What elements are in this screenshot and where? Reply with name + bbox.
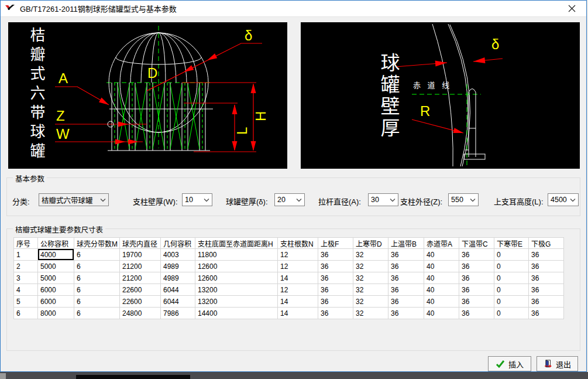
table-cell[interactable]: 36	[459, 249, 494, 261]
table-cell[interactable]: 6044	[161, 284, 195, 296]
column-header[interactable]: 赤道带A	[424, 238, 459, 249]
table-cell[interactable]: 36	[318, 261, 353, 272]
table-cell[interactable]: 4	[14, 284, 38, 296]
table-cell[interactable]: 40	[424, 308, 459, 319]
classification-select[interactable]: 桔瓣式六带球罐	[39, 193, 109, 206]
table-cell[interactable]: 4989	[161, 272, 195, 284]
table-cell[interactable]: 6	[74, 284, 120, 296]
table-cell[interactable]: 32	[353, 296, 388, 308]
table-cell[interactable]: 1	[14, 249, 38, 261]
table-cell[interactable]: 6	[74, 308, 120, 319]
table-cell[interactable]: 36	[529, 284, 564, 296]
table-cell[interactable]: 12	[278, 284, 318, 296]
table-cell[interactable]: 12600	[195, 261, 278, 272]
table-cell[interactable]: 36	[529, 296, 564, 308]
table-cell[interactable]: 0	[494, 249, 529, 261]
column-header[interactable]: 几何容积	[161, 238, 195, 249]
table-cell[interactable]: 32	[353, 261, 388, 272]
table-cell[interactable]: 40	[424, 284, 459, 296]
column-header[interactable]: 序号	[14, 238, 38, 249]
tie-rod-diameter-select[interactable]: 30	[368, 193, 398, 206]
table-cell[interactable]: 32	[353, 249, 388, 261]
column-header[interactable]: 支柱根数N	[278, 238, 318, 249]
table-cell[interactable]: 36	[388, 296, 424, 308]
table-cell[interactable]: 6	[74, 261, 120, 272]
table-cell[interactable]: 5000	[38, 272, 74, 284]
close-button[interactable]	[562, 1, 582, 16]
column-header[interactable]: 下寒带E	[494, 238, 529, 249]
column-header[interactable]: 上极F	[318, 238, 353, 249]
support-wall-thickness-select[interactable]: 10	[182, 193, 212, 206]
table-cell[interactable]: 14400	[195, 308, 278, 319]
table-cell[interactable]: 40	[424, 272, 459, 284]
insert-button[interactable]: 插入	[488, 356, 531, 371]
table-cell[interactable]: 0	[494, 308, 529, 319]
tank-wall-thickness-select[interactable]: 20	[274, 193, 305, 206]
column-header[interactable]: 球壳分带数M	[74, 238, 120, 249]
table-cell[interactable]: 36	[388, 249, 424, 261]
table-cell[interactable]: 5000	[38, 261, 74, 272]
table-cell[interactable]: 36	[459, 308, 494, 319]
table-cell[interactable]: 24800	[120, 308, 161, 319]
table-cell[interactable]: 12	[278, 249, 318, 261]
table-cell[interactable]: 36	[318, 296, 353, 308]
table-cell[interactable]: 32	[353, 284, 388, 296]
table-cell[interactable]: 36	[459, 296, 494, 308]
table-cell[interactable]: 0	[494, 272, 529, 284]
table-cell[interactable]: 36	[318, 249, 353, 261]
table-cell[interactable]: 36	[388, 284, 424, 296]
table-cell[interactable]: 8000	[38, 308, 74, 319]
table-cell[interactable]: 36	[529, 249, 564, 261]
table-cell[interactable]: 12600	[195, 272, 278, 284]
table-cell[interactable]: 40	[424, 261, 459, 272]
table-cell[interactable]: 6	[74, 296, 120, 308]
table-cell[interactable]: 14	[278, 272, 318, 284]
column-header[interactable]: 上寒带D	[353, 238, 388, 249]
table-cell[interactable]: 22600	[120, 284, 161, 296]
table-cell[interactable]: 6044	[161, 296, 195, 308]
table-cell[interactable]: 14	[278, 296, 318, 308]
table-cell[interactable]: 36	[459, 272, 494, 284]
table-cell[interactable]: 36	[529, 272, 564, 284]
table-cell[interactable]: 0	[494, 296, 529, 308]
table-cell[interactable]: 13200	[195, 284, 278, 296]
table-cell[interactable]: 36	[529, 261, 564, 272]
upper-lug-height-select[interactable]: 4500	[548, 193, 579, 206]
table-cell[interactable]: 36	[318, 272, 353, 284]
table-cell[interactable]: 40	[424, 296, 459, 308]
column-header[interactable]: 下极G	[529, 238, 564, 249]
table-cell[interactable]: 6000	[38, 296, 74, 308]
column-header[interactable]: 下温带C	[459, 238, 494, 249]
table-cell[interactable]: 21200	[120, 272, 161, 284]
column-header[interactable]: 公称容积	[38, 238, 74, 249]
exit-button[interactable]: 退出	[537, 356, 578, 371]
table-cell[interactable]: 4989	[161, 261, 195, 272]
table-cell[interactable]: 19700	[120, 249, 161, 261]
table-cell[interactable]: 21200	[120, 261, 161, 272]
table-cell[interactable]: 32	[353, 308, 388, 319]
table-cell[interactable]: 6	[74, 249, 120, 261]
column-header[interactable]: 球壳内直径	[120, 238, 161, 249]
table-cell[interactable]: 3	[14, 272, 38, 284]
table-cell[interactable]: 36	[318, 284, 353, 296]
table-cell[interactable]: 5	[14, 296, 38, 308]
table-cell[interactable]: 2	[14, 261, 38, 272]
table-cell[interactable]: 4000	[38, 249, 74, 261]
column-header[interactable]: 上温带B	[388, 238, 424, 249]
table-cell[interactable]: 14	[278, 308, 318, 319]
table-cell[interactable]: 6	[74, 272, 120, 284]
table-cell[interactable]: 36	[459, 284, 494, 296]
table-cell[interactable]: 40	[424, 249, 459, 261]
table-cell[interactable]: 36	[388, 261, 424, 272]
table-cell[interactable]: 22600	[120, 296, 161, 308]
column-header[interactable]: 支柱底面至赤道面距离H	[195, 238, 278, 249]
table-cell[interactable]: 36	[529, 308, 564, 319]
table-cell[interactable]: 6000	[38, 284, 74, 296]
table-cell[interactable]: 36	[388, 308, 424, 319]
table-cell[interactable]: 0	[494, 284, 529, 296]
support-outer-diameter-select[interactable]: 550	[448, 193, 479, 206]
table-cell[interactable]: 12	[278, 261, 318, 272]
table-cell[interactable]: 7986	[161, 308, 195, 319]
table-cell[interactable]: 13200	[195, 296, 278, 308]
table-cell[interactable]: 6	[14, 308, 38, 319]
